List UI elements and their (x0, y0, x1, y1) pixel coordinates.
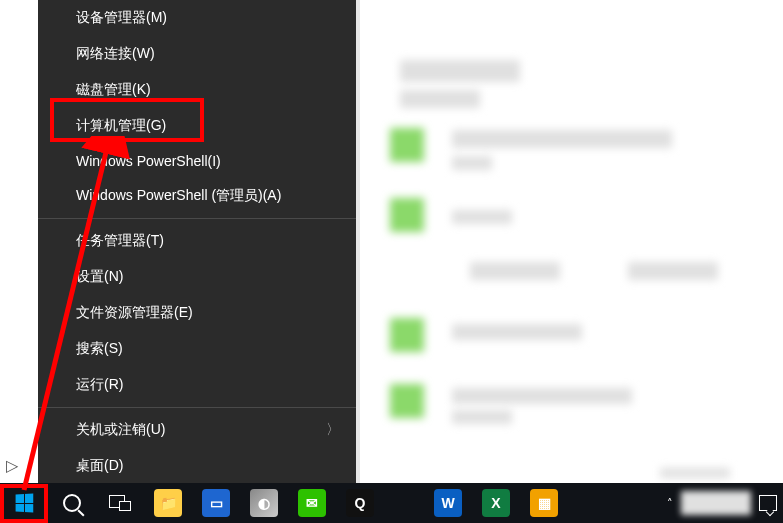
taskbar-app-browser[interactable]: ◐ (240, 483, 288, 523)
menu-item-computer-management[interactable]: 计算机管理(G) (38, 108, 356, 144)
task-view-icon (109, 495, 131, 511)
menu-item-powershell[interactable]: Windows PowerShell(I) (38, 144, 356, 178)
app-icon: ▭ (202, 489, 230, 517)
system-tray[interactable]: ˄ (661, 483, 783, 523)
menu-item-powershell-admin[interactable]: Windows PowerShell (管理员)(A) (38, 178, 356, 214)
menu-item-file-explorer[interactable]: 文件资源管理器(E) (38, 295, 356, 331)
qq-icon: Q (346, 489, 374, 517)
menu-item-label: 磁盘管理(K) (76, 81, 151, 99)
folder-icon: 📁 (154, 489, 182, 517)
wechat-icon: ✉ (298, 489, 326, 517)
taskbar-app-blue[interactable]: ▭ (192, 483, 240, 523)
menu-item-run[interactable]: 运行(R) (38, 367, 356, 403)
notification-center-icon[interactable] (759, 495, 777, 511)
menu-item-task-manager[interactable]: 任务管理器(T) (38, 223, 356, 259)
menu-item-settings[interactable]: 设置(N) (38, 259, 356, 295)
menu-item-device-manager[interactable]: 设备管理器(M) (38, 0, 356, 36)
background-content (360, 0, 783, 483)
menu-item-network-connections[interactable]: 网络连接(W) (38, 36, 356, 72)
wps-icon: W (434, 489, 462, 517)
search-button[interactable] (48, 483, 96, 523)
menu-item-label: 计算机管理(G) (76, 117, 166, 135)
menu-item-label: 桌面(D) (76, 457, 123, 475)
globe-icon: ◐ (250, 489, 278, 517)
taskbar-app-qq[interactable]: Q (336, 483, 384, 523)
taskbar: 📁 ▭ ◐ ✉ Q W X ▦ ˄ (0, 483, 783, 523)
tray-chevron-up-icon[interactable]: ˄ (667, 497, 673, 510)
menu-item-label: 搜索(S) (76, 340, 123, 358)
taskbar-app-notes[interactable]: ▦ (520, 483, 568, 523)
play-indicator-icon: ▷ (6, 456, 18, 475)
search-icon (63, 494, 81, 512)
menu-item-label: 运行(R) (76, 376, 123, 394)
taskbar-app-file-explorer[interactable]: 📁 (144, 483, 192, 523)
taskbar-app-excel[interactable]: X (472, 483, 520, 523)
chevron-right-icon: 〉 (326, 421, 340, 439)
menu-item-label: Windows PowerShell (管理员)(A) (76, 187, 281, 205)
menu-separator (38, 218, 356, 219)
excel-icon: X (482, 489, 510, 517)
windows-logo-icon (16, 494, 34, 513)
menu-item-label: 文件资源管理器(E) (76, 304, 193, 322)
left-margin (0, 0, 38, 484)
menu-item-label: 设置(N) (76, 268, 123, 286)
menu-item-disk-management[interactable]: 磁盘管理(K) (38, 72, 356, 108)
start-button[interactable] (0, 483, 48, 523)
menu-item-label: 设备管理器(M) (76, 9, 167, 27)
notes-icon: ▦ (530, 489, 558, 517)
menu-item-label: 网络连接(W) (76, 45, 155, 63)
taskbar-app-wps[interactable]: W (424, 483, 472, 523)
menu-item-label: 关机或注销(U) (76, 421, 165, 439)
menu-item-shutdown-signout[interactable]: 关机或注销(U) 〉 (38, 412, 356, 448)
winx-context-menu: 设备管理器(M) 网络连接(W) 磁盘管理(K) 计算机管理(G) Window… (38, 0, 356, 484)
menu-item-label: Windows PowerShell(I) (76, 153, 221, 169)
task-view-button[interactable] (96, 483, 144, 523)
menu-item-desktop[interactable]: 桌面(D) (38, 448, 356, 484)
taskbar-app-wechat[interactable]: ✉ (288, 483, 336, 523)
menu-item-label: 任务管理器(T) (76, 232, 164, 250)
menu-item-search[interactable]: 搜索(S) (38, 331, 356, 367)
menu-separator (38, 407, 356, 408)
